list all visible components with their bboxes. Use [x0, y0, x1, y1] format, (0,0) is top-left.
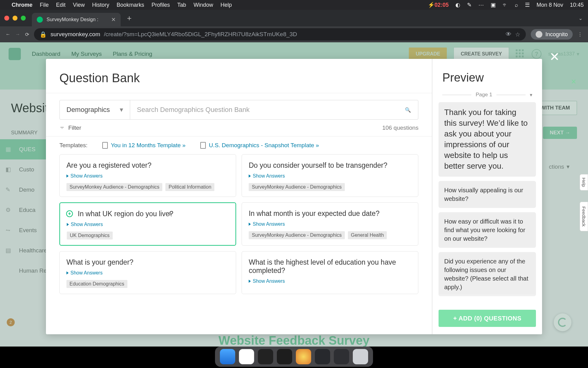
question-card[interactable]: +Are you a registered voter?Show Answers… [59, 154, 236, 197]
search-row: Demographics 🔍 [59, 100, 418, 120]
nav-reload-button[interactable]: ⟳ [25, 32, 29, 37]
filter-button[interactable]: Filter [68, 125, 81, 131]
add-questions-button[interactable]: + ADD (0) QUESTIONS [439, 310, 536, 327]
show-answers-toggle[interactable]: Show Answers [249, 221, 411, 227]
lock-icon[interactable]: 🔒 [40, 31, 47, 38]
menu-help[interactable]: Help [221, 2, 232, 8]
mac-dock [215, 347, 373, 367]
status-icon-2[interactable]: ✎ [467, 2, 472, 8]
window-minimize-button[interactable] [13, 16, 17, 21]
mac-app-name[interactable]: Chrome [12, 2, 32, 8]
template-link-2[interactable]: U.S. Demographics - Snapshot Template » [200, 142, 319, 149]
preview-item[interactable]: Thank you for taking this survey! We’d l… [439, 102, 536, 177]
template-link-1[interactable]: You in 12 Months Template » [102, 142, 186, 149]
show-answers-toggle[interactable]: Show Answers [66, 270, 229, 276]
category-dropdown[interactable]: Demographics [60, 100, 130, 119]
search-icon[interactable]: 🔍 [398, 100, 418, 119]
incognito-badge[interactable]: Incognito [531, 29, 573, 40]
modal-close-button[interactable]: ✕ [549, 50, 560, 64]
tab-close-icon[interactable]: ✕ [111, 16, 116, 23]
chrome-tabstrip: SurveyMonkey Design : ✕ + ⌄ [0, 10, 588, 26]
mac-dock-area [0, 347, 588, 368]
question-tag[interactable]: General Health [348, 231, 387, 239]
menu-tab[interactable]: Tab [177, 2, 186, 8]
show-answers-toggle[interactable]: Show Answers [249, 173, 411, 179]
question-tag[interactable]: SurveyMonkey Audience - Demographics [249, 231, 345, 239]
question-tag[interactable]: SurveyMonkey Audience - Demographics [249, 183, 345, 191]
chrome-menu-button[interactable]: ⋮ [578, 32, 582, 37]
triangle-right-icon [66, 174, 69, 178]
menu-view[interactable]: View [73, 2, 85, 8]
new-tab-button[interactable]: + [124, 13, 135, 24]
question-tag[interactable]: Political Information [165, 183, 214, 191]
browser-tab[interactable]: SurveyMonkey Design : ✕ [32, 13, 121, 26]
question-text: What is your gender? [66, 258, 229, 266]
show-answers-toggle[interactable]: Show Answers [66, 173, 229, 179]
preview-page-chevron-icon[interactable] [530, 92, 532, 98]
dock-app-7[interactable] [334, 349, 349, 364]
menu-edit[interactable]: Edit [56, 2, 66, 8]
question-text: Are you a registered voter? [66, 161, 229, 170]
menu-clock[interactable]: 10:45 [570, 2, 584, 8]
help-side-tab[interactable]: Help [580, 174, 588, 190]
nav-forward-button[interactable]: → [15, 32, 20, 37]
address-bar[interactable]: 🔒 surveymonkey.com/create/?sm=LpcQ3ieMLY… [34, 28, 526, 40]
menu-date[interactable]: Mon 8 Nov [537, 2, 563, 8]
menu-profiles[interactable]: Profiles [152, 2, 170, 8]
feedback-side-tab[interactable]: Feedback [580, 202, 588, 231]
battery-icon[interactable]: ▣ [491, 2, 496, 8]
dock-app-terminal[interactable] [258, 349, 273, 364]
dock-app-trash[interactable] [353, 349, 368, 364]
question-card[interactable]: +In what month is your expected due date… [242, 202, 418, 246]
wifi-icon[interactable]: ᯤ [503, 2, 508, 8]
question-card[interactable]: +What is the highest level of education … [242, 251, 418, 294]
dock-app-chrome[interactable] [239, 349, 254, 364]
question-tag[interactable]: UK Demographics [67, 232, 113, 240]
question-tag[interactable]: SurveyMonkey Audience - Demographics [66, 183, 162, 191]
preview-page-label: Page 1 [476, 92, 492, 98]
page-content: Dashboard My Surveys Plans & Pricing UPG… [0, 42, 588, 347]
spotlight-icon[interactable]: ⌕ [515, 2, 518, 8]
chrome-toolbar: ← → ⟳ 🔒 surveymonkey.com/create/?sm=LpcQ… [0, 26, 588, 42]
dock-app-6[interactable] [315, 349, 330, 364]
question-card[interactable]: +In what UK region do you live?✥Show Ans… [59, 202, 236, 246]
templates-label: Templates: [59, 142, 88, 149]
preview-item[interactable]: Did you experience any of the following … [439, 252, 536, 296]
question-tag[interactable]: Education Demographics [66, 280, 127, 288]
status-icon-1[interactable]: ◐ [455, 2, 460, 8]
incognito-label: Incognito [545, 31, 568, 38]
question-card[interactable]: +What is your gender?Show AnswersEducati… [59, 251, 236, 294]
add-question-icon[interactable]: + [66, 210, 73, 217]
question-bank-modal: Question Bank Demographics 🔍 ⫧ Filter 10… [46, 59, 542, 334]
menu-window[interactable]: Window [194, 2, 213, 8]
show-answers-toggle[interactable]: Show Answers [67, 222, 229, 227]
menu-history[interactable]: History [92, 2, 109, 8]
mac-menubar: Chrome File Edit View History Bookmarks … [0, 0, 588, 10]
document-icon [102, 142, 108, 149]
menu-file[interactable]: File [40, 2, 49, 8]
search-input[interactable] [130, 100, 398, 119]
nav-back-button[interactable]: ← [6, 32, 10, 37]
bookmark-star-icon[interactable]: ☆ [515, 31, 520, 38]
battery-warning-icon[interactable]: ⚡02:05 [428, 2, 449, 8]
triangle-right-icon [67, 223, 69, 226]
menu-bookmarks[interactable]: Bookmarks [117, 2, 144, 8]
question-card[interactable]: +Do you consider yourself to be transgen… [242, 154, 418, 197]
dock-app-5[interactable] [296, 349, 311, 364]
dock-app-finder[interactable] [220, 349, 235, 364]
show-answers-toggle[interactable]: Show Answers [249, 278, 411, 284]
preview-item[interactable]: How visually appealing is our website? [439, 181, 536, 208]
window-close-button[interactable] [4, 16, 9, 21]
tabs-dropdown-icon[interactable]: ⌄ [579, 15, 582, 21]
preview-item[interactable]: How easy or difficult was it to find wha… [439, 212, 536, 248]
dock-app-4[interactable] [277, 349, 292, 364]
category-value: Demographics [66, 106, 110, 114]
control-center-icon[interactable]: ☰ [525, 2, 530, 8]
question-text: In what UK region do you live? [67, 210, 229, 218]
status-icon-3[interactable]: ⋯ [478, 2, 484, 8]
eye-off-icon[interactable]: 👁 [506, 31, 511, 38]
triangle-right-icon [249, 280, 251, 283]
window-zoom-button[interactable] [21, 16, 26, 21]
question-count: 106 questions [382, 125, 418, 131]
url-path: /create/?sm=LpcQ3ieMLY4Rbo5DiGL_2FhyfiRZ… [104, 31, 297, 38]
